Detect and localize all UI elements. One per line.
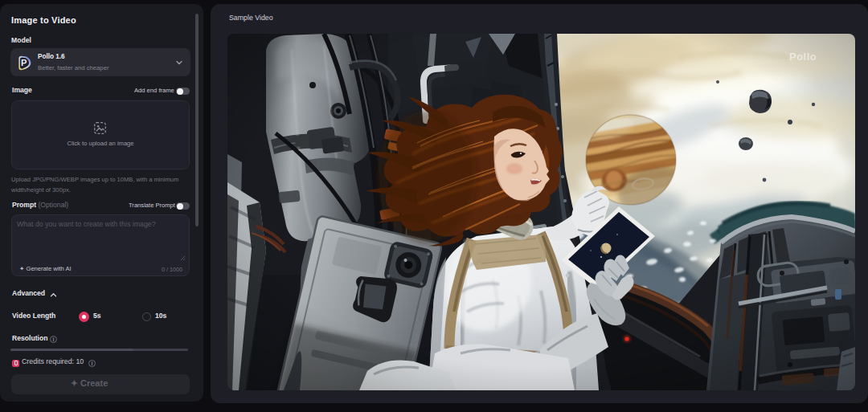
svg-text:P: P <box>21 58 27 67</box>
